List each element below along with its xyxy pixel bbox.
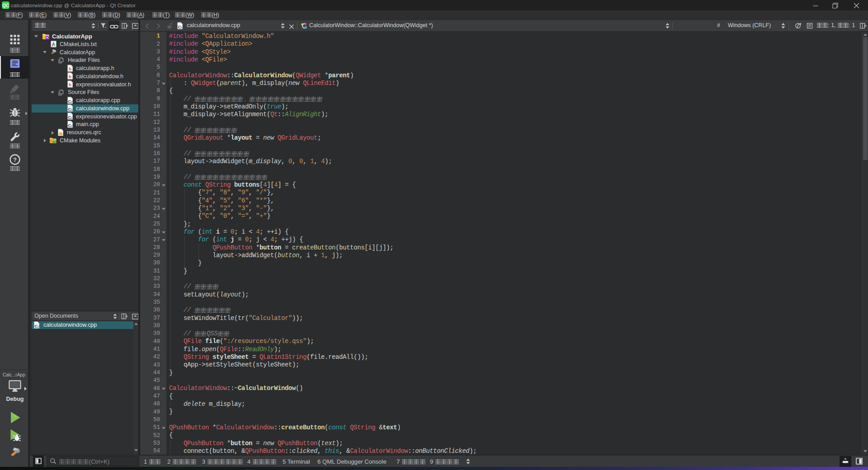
- svg-text:QC: QC: [2, 3, 9, 8]
- svg-text:C: C: [68, 122, 71, 127]
- svg-text:C: C: [68, 107, 71, 112]
- svg-text:h: h: [69, 75, 71, 80]
- svg-text:C: C: [34, 324, 38, 329]
- svg-text:h: h: [69, 83, 71, 87]
- svg-text:h: h: [69, 67, 71, 71]
- svg-text:C: C: [68, 115, 71, 120]
- svg-text:C: C: [68, 99, 71, 103]
- svg-text:?: ?: [13, 156, 17, 163]
